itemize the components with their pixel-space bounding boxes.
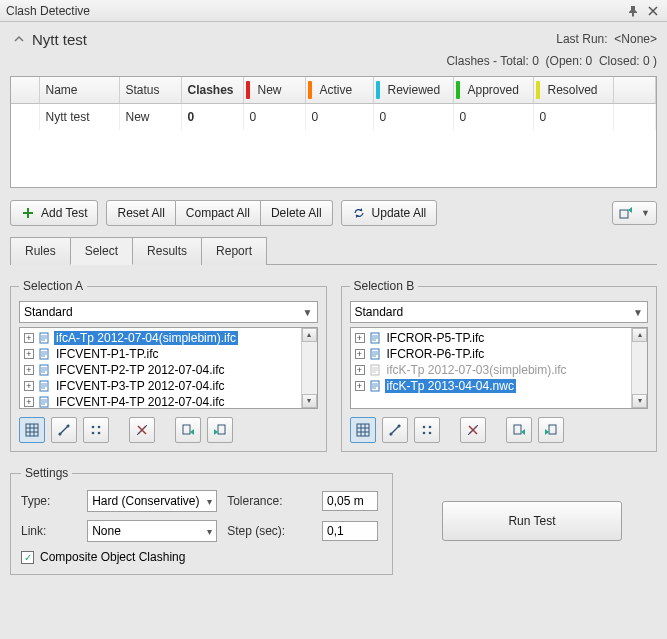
geometry-grid-button[interactable]	[350, 417, 376, 443]
geometry-grid-button[interactable]	[19, 417, 45, 443]
col-spacer	[613, 77, 656, 104]
col-resolved[interactable]: Resolved	[533, 77, 613, 104]
tree-item-label: IFCVENT-P4-TP 2012-07-04.ifc	[54, 395, 227, 408]
expand-icon[interactable]: +	[24, 397, 34, 407]
tree-item[interactable]: +IFCVENT-P4-TP 2012-07-04.ifc	[20, 394, 301, 408]
tab-results[interactable]: Results	[132, 237, 202, 265]
col-new[interactable]: New	[243, 77, 305, 104]
file-icon	[38, 396, 50, 408]
svg-rect-6	[26, 424, 38, 436]
tree-item-label: IFCVENT-P3-TP 2012-07-04.ifc	[54, 379, 227, 393]
col-reviewed[interactable]: Reviewed	[373, 77, 453, 104]
geometry-line-button[interactable]	[382, 417, 408, 443]
svg-point-25	[428, 432, 431, 435]
col-name[interactable]: Name	[39, 77, 119, 104]
checkbox-checked-icon[interactable]: ✓	[21, 551, 34, 564]
svg-rect-19	[357, 424, 369, 436]
run-test-button[interactable]: Run Test	[442, 501, 622, 541]
col-status[interactable]: Status	[119, 77, 181, 104]
grid-header-blank	[11, 77, 39, 104]
composite-label: Composite Object Clashing	[40, 550, 185, 564]
svg-point-10	[98, 426, 101, 429]
settings-panel: Settings Type: Hard (Conservative)▾ Tole…	[10, 466, 393, 575]
use-current-selection-button[interactable]	[175, 417, 201, 443]
type-combo[interactable]: Hard (Conservative)▾	[87, 490, 217, 512]
svg-rect-26	[514, 425, 521, 434]
geometry-points-button[interactable]	[83, 417, 109, 443]
import-selection-button[interactable]	[207, 417, 233, 443]
scroll-up-icon[interactable]: ▴	[302, 328, 317, 342]
scrollbar[interactable]: ▴ ▾	[631, 328, 647, 408]
compact-all-button[interactable]: Compact All	[176, 200, 261, 226]
chevron-up-icon[interactable]	[10, 30, 28, 48]
expand-icon[interactable]: +	[24, 365, 34, 375]
chevron-down-icon: ▾	[207, 496, 212, 507]
table-row[interactable]: Nytt test New 0 0 0 0 0 0	[11, 104, 656, 131]
import-selection-button[interactable]	[538, 417, 564, 443]
link-combo[interactable]: None▾	[87, 520, 217, 542]
reset-all-button[interactable]: Reset All	[106, 200, 175, 226]
col-clashes[interactable]: Clashes	[181, 77, 243, 104]
step-label: Step (sec):	[227, 524, 312, 538]
self-intersect-button[interactable]	[129, 417, 155, 443]
tree-item[interactable]: +ifcA-Tp 2012-07-04(simplebim).ifc	[20, 330, 301, 346]
tree-item[interactable]: +IFCVENT-P1-TP.ifc	[20, 346, 301, 362]
expand-icon[interactable]: +	[24, 333, 34, 343]
tree-item[interactable]: +IFCROR-P5-TP.ifc	[351, 330, 632, 346]
col-active[interactable]: Active	[305, 77, 373, 104]
selection-b-mode-combo[interactable]: Standard ▼	[350, 301, 649, 323]
selection-a-tree[interactable]: +ifcA-Tp 2012-07-04(simplebim).ifc+IFCVE…	[19, 327, 318, 409]
step-input[interactable]	[322, 521, 378, 541]
composite-checkbox-row[interactable]: ✓ Composite Object Clashing	[21, 550, 382, 564]
chevron-down-icon: ▼	[633, 307, 643, 318]
geometry-points-button[interactable]	[414, 417, 440, 443]
tree-item-label: IFCVENT-P1-TP.ifc	[54, 347, 160, 361]
svg-point-24	[422, 432, 425, 435]
selection-b-panel: Selection B Standard ▼ +IFCROR-P5-TP.ifc…	[341, 279, 658, 452]
tree-item[interactable]: +ifcK-Tp 2013-04-04.nwc	[351, 378, 632, 394]
tree-item-label: ifcA-Tp 2012-07-04(simplebim).ifc	[54, 331, 238, 345]
svg-point-23	[428, 426, 431, 429]
export-menu-button[interactable]: ▼	[612, 201, 657, 225]
geometry-line-button[interactable]	[51, 417, 77, 443]
tree-item-label: ifcK-Tp 2013-04-04.nwc	[385, 379, 516, 393]
self-intersect-button[interactable]	[460, 417, 486, 443]
tests-grid[interactable]: Name Status Clashes New Active Reviewed …	[10, 76, 657, 188]
tree-item[interactable]: +IFCVENT-P2-TP 2012-07-04.ifc	[20, 362, 301, 378]
scroll-down-icon[interactable]: ▾	[302, 394, 317, 408]
pin-icon[interactable]	[625, 3, 641, 19]
selection-b-tree[interactable]: +IFCROR-P5-TP.ifc+IFCROR-P6-TP.ifc+ifcK-…	[350, 327, 649, 409]
plus-icon	[21, 206, 35, 220]
tree-item[interactable]: +IFCVENT-P3-TP 2012-07-04.ifc	[20, 378, 301, 394]
add-test-button[interactable]: Add Test	[10, 200, 98, 226]
scroll-up-icon[interactable]: ▴	[632, 328, 647, 342]
tab-bar: Rules Select Results Report	[10, 236, 657, 265]
update-all-button[interactable]: Update All	[341, 200, 438, 226]
use-current-selection-button[interactable]	[506, 417, 532, 443]
tree-item[interactable]: +ifcK-Tp 2012-07-03(simplebim).ifc	[351, 362, 632, 378]
scrollbar[interactable]: ▴ ▾	[301, 328, 317, 408]
tree-item[interactable]: +IFCROR-P6-TP.ifc	[351, 346, 632, 362]
selection-b-legend: Selection B	[350, 279, 419, 293]
current-test-name: Nytt test	[32, 31, 87, 48]
file-icon	[38, 380, 50, 392]
expand-icon[interactable]: +	[355, 365, 365, 375]
file-icon	[38, 364, 50, 376]
expand-icon[interactable]: +	[355, 349, 365, 359]
expand-icon[interactable]: +	[24, 349, 34, 359]
close-icon[interactable]	[645, 3, 661, 19]
tab-select[interactable]: Select	[70, 237, 133, 265]
tab-rules[interactable]: Rules	[10, 237, 71, 265]
svg-point-9	[92, 426, 95, 429]
cell-clashes: 0	[181, 104, 243, 131]
expand-icon[interactable]: +	[355, 333, 365, 343]
delete-all-button[interactable]: Delete All	[261, 200, 333, 226]
selection-a-mode-combo[interactable]: Standard ▼	[19, 301, 318, 323]
tab-report[interactable]: Report	[201, 237, 267, 265]
tolerance-input[interactable]	[322, 491, 378, 511]
svg-point-20	[389, 433, 392, 436]
expand-icon[interactable]: +	[24, 381, 34, 391]
col-approved[interactable]: Approved	[453, 77, 533, 104]
scroll-down-icon[interactable]: ▾	[632, 394, 647, 408]
expand-icon[interactable]: +	[355, 381, 365, 391]
